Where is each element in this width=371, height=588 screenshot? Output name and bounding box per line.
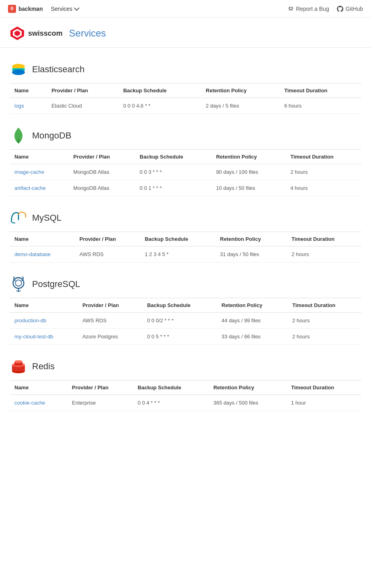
col-header-provider_plan: Provider / Plan (69, 150, 135, 164)
col-header-provider_plan: Provider / Plan (67, 380, 133, 395)
service-instance-link[interactable]: artifact-cache (14, 185, 46, 191)
timeout-duration-cell: 1 hour (286, 395, 361, 411)
nav-services-link[interactable]: Services (51, 6, 78, 12)
col-header-provider_plan: Provider / Plan (77, 298, 142, 313)
table-row: logsElastic Cloud0 0 0 4,6 * *2 days / 5… (10, 98, 361, 114)
service-heading-postgresql: PostgreSQL (10, 275, 361, 293)
service-table-elasticsearch: NameProvider / PlanBackup ScheduleRetent… (10, 83, 361, 114)
timeout-duration-cell: 4 hours (286, 180, 361, 196)
provider-cell: AWS RDS (75, 246, 140, 262)
provider-cell: MongoDB Atlas (69, 180, 135, 196)
service-section-elasticsearch: ElasticsearchNameProvider / PlanBackup S… (10, 61, 361, 114)
bug-icon (288, 6, 294, 12)
service-name-postgresql: PostgreSQL (32, 279, 80, 289)
chevron-down-icon (74, 5, 79, 10)
col-header-retention_policy: Retention Policy (209, 380, 286, 395)
svg-point-9 (15, 280, 21, 286)
svg-point-6 (12, 69, 25, 75)
col-header-retention_policy: Retention Policy (211, 150, 286, 164)
col-header-name: Name (10, 83, 47, 98)
table-row: production-dbAWS RDS0 0 0/2 * * *44 days… (10, 313, 361, 329)
services-label: Services (51, 6, 73, 12)
retention-policy-cell: 365 days / 500 files (209, 395, 286, 411)
postgresql-icon (10, 275, 27, 293)
col-header-backup_schedule: Backup Schedule (142, 298, 217, 313)
col-header-retention_policy: Retention Policy (217, 298, 287, 313)
github-link[interactable]: GitHub (337, 6, 363, 12)
timeout-duration-cell: 2 hours (286, 164, 361, 180)
navbar-right: Report a Bug GitHub (288, 6, 363, 12)
brand-icon: B (8, 5, 16, 13)
swisscom-logo: swisscom (10, 26, 63, 41)
service-instance-link[interactable]: image-cache (14, 169, 44, 175)
service-instance-link[interactable]: production-db (14, 317, 47, 324)
backup-schedule-cell: 1 2 3 4 5 * (140, 246, 215, 262)
report-bug-link[interactable]: Report a Bug (288, 6, 329, 12)
service-section-mongodb: MongoDBNameProvider / PlanBackup Schedul… (10, 127, 361, 196)
provider-cell: MongoDB Atlas (69, 164, 135, 180)
service-section-mysql: MySQLNameProvider / PlanBackup ScheduleR… (10, 209, 361, 262)
timeout-duration-cell: 2 hours (288, 313, 361, 329)
table-row: cookie-cacheEnterprise0 0 4 * * *365 day… (10, 395, 361, 411)
mysql-icon (10, 209, 27, 227)
github-label: GitHub (345, 6, 363, 12)
elasticsearch-icon (10, 61, 27, 78)
col-header-backup_schedule: Backup Schedule (133, 380, 209, 395)
provider-cell: Enterprise (67, 395, 133, 411)
navbar-left: B backman Services (8, 5, 78, 13)
service-name-mongodb: MongoDB (32, 130, 71, 141)
col-header-retention_policy: Retention Policy (215, 232, 287, 246)
page-header: swisscom Services (0, 18, 371, 48)
service-heading-elasticsearch: Elasticsearch (10, 61, 361, 78)
service-table-redis: NameProvider / PlanBackup ScheduleRetent… (10, 380, 361, 411)
backup-schedule-cell: 0 0 0/2 * * * (142, 313, 217, 329)
col-header-timeout_duration: Timeout Duration (280, 83, 361, 98)
service-instance-link[interactable]: cookie-cache (14, 400, 45, 406)
swisscom-text: swisscom (28, 29, 63, 38)
table-row: image-cacheMongoDB Atlas0 0 3 * * *90 da… (10, 164, 361, 180)
backup-schedule-cell: 0 0 3 * * * (135, 164, 211, 180)
timeout-duration-cell: 2 hours (287, 246, 361, 262)
backup-schedule-cell: 0 0 1 * * * (135, 180, 211, 196)
table-row: demo-databaseAWS RDS1 2 3 4 5 *31 days /… (10, 246, 361, 262)
swisscom-logo-icon (10, 26, 25, 41)
col-header-name: Name (10, 298, 77, 313)
nav-brand[interactable]: B backman (8, 5, 43, 13)
col-header-timeout_duration: Timeout Duration (288, 298, 361, 313)
timeout-duration-cell: 6 hours (280, 98, 361, 114)
service-section-postgresql: PostgreSQLNameProvider / PlanBackup Sche… (10, 275, 361, 345)
backup-schedule-cell: 0 0 0 4,6 * * (118, 98, 201, 114)
service-name-elasticsearch: Elasticsearch (32, 64, 85, 75)
report-bug-label: Report a Bug (296, 6, 329, 12)
retention-policy-cell: 90 days / 100 files (211, 164, 286, 180)
svg-point-14 (14, 360, 22, 363)
service-instance-link[interactable]: demo-database (14, 251, 51, 257)
service-instance-link[interactable]: logs (14, 103, 24, 109)
service-heading-mongodb: MongoDB (10, 127, 361, 144)
provider-cell: AWS RDS (77, 313, 142, 329)
service-heading-mysql: MySQL (10, 209, 361, 227)
col-header-backup_schedule: Backup Schedule (140, 232, 215, 246)
retention-policy-cell: 2 days / 5 files (201, 98, 280, 114)
retention-policy-cell: 10 days / 50 files (211, 180, 286, 196)
service-instance-link[interactable]: my-cloud-test-db (14, 334, 53, 340)
page-title: Services (69, 28, 106, 39)
col-header-backup_schedule: Backup Schedule (118, 83, 201, 98)
col-header-name: Name (10, 380, 67, 395)
backup-schedule-cell: 0 0 4 * * * (133, 395, 209, 411)
service-name-mysql: MySQL (32, 213, 61, 223)
service-table-postgresql: NameProvider / PlanBackup ScheduleRetent… (10, 298, 361, 345)
col-header-timeout_duration: Timeout Duration (287, 232, 361, 246)
service-table-mysql: NameProvider / PlanBackup ScheduleRetent… (10, 232, 361, 262)
retention-policy-cell: 44 days / 99 files (217, 313, 287, 329)
col-header-name: Name (10, 232, 75, 246)
redis-icon (10, 358, 27, 375)
timeout-duration-cell: 2 hours (288, 329, 361, 345)
github-icon (337, 6, 343, 12)
table-row: my-cloud-test-dbAzure Postgres0 0 5 * * … (10, 329, 361, 345)
mongodb-icon (10, 127, 27, 144)
navbar: B backman Services Report a Bug GitHub (0, 0, 371, 18)
col-header-provider_plan: Provider / Plan (47, 83, 118, 98)
svg-point-0 (290, 7, 292, 10)
retention-policy-cell: 33 days / 66 files (217, 329, 287, 345)
